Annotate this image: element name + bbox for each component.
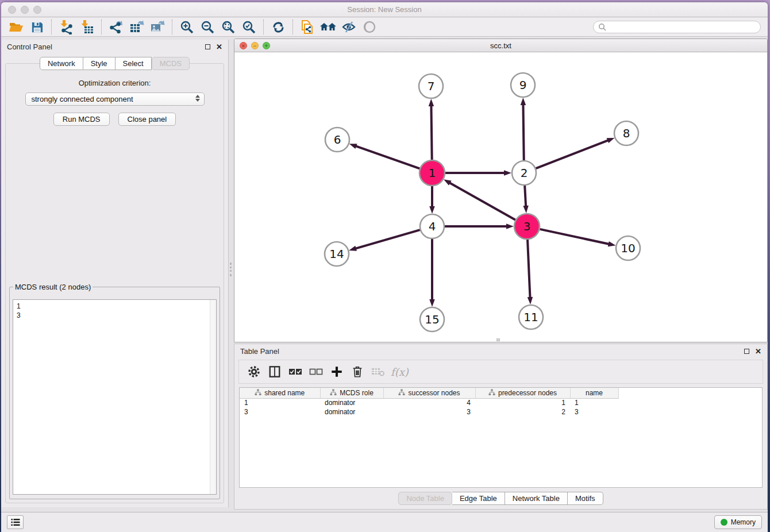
close-panel-icon[interactable]: ✕	[216, 43, 222, 51]
run-mcds-button[interactable]: Run MCDS	[53, 113, 110, 126]
mcds-result-title: MCDS result (2 nodes)	[13, 283, 93, 291]
close-panel-button[interactable]: Close panel	[118, 113, 176, 126]
open-folder-icon	[9, 20, 24, 34]
graph-node-9[interactable]: 9	[511, 73, 535, 97]
graph-node-7[interactable]: 7	[419, 74, 443, 98]
graph-edge-2-3[interactable]	[523, 186, 528, 213]
graph-node-8[interactable]: 8	[614, 121, 638, 145]
graph-edge-1-6[interactable]	[349, 144, 420, 168]
graph-edge-4-15[interactable]	[429, 239, 435, 307]
export-network-button[interactable]	[106, 18, 126, 36]
graph-node-3[interactable]: 3	[514, 214, 540, 239]
add-column-button[interactable]	[326, 362, 347, 381]
graph-edge-1-4[interactable]	[429, 186, 435, 214]
network-canvas[interactable]: 7968124314101511	[234, 52, 767, 342]
select-all-button[interactable]	[285, 362, 306, 381]
import-table-button[interactable]	[76, 18, 97, 36]
panel-splitter-handle[interactable]	[230, 263, 232, 276]
column-header-predecessor-nodes[interactable]: predecessor nodes	[475, 388, 570, 398]
graph-edge-2-9[interactable]	[521, 98, 526, 160]
column-header-mcds-role[interactable]: MCDS role	[320, 388, 383, 398]
show-all-button[interactable]	[359, 18, 380, 36]
zoom-out-button[interactable]	[197, 18, 218, 36]
search-input[interactable]	[609, 23, 756, 31]
float-table-panel-icon[interactable]	[744, 349, 749, 354]
zoom-fit-button[interactable]	[218, 18, 238, 36]
tab-motifs[interactable]: Motifs	[568, 492, 603, 505]
graph-edge-3-11[interactable]	[528, 240, 533, 304]
network-view-titlebar[interactable]: × − + scc.txt	[234, 39, 767, 52]
column-header-name[interactable]: name	[570, 388, 618, 398]
graph-node-10[interactable]: 10	[616, 236, 640, 260]
show-columns-button[interactable]	[264, 362, 285, 381]
save-session-button[interactable]	[26, 18, 47, 36]
graph-node-label: 14	[329, 247, 344, 261]
graph-node-14[interactable]: 14	[325, 242, 349, 266]
graph-edge-1-2[interactable]	[445, 170, 511, 176]
table-settings-button[interactable]	[244, 362, 264, 381]
control-panel-tabs: Network Style Select MCDS	[1, 57, 228, 70]
network-close-button[interactable]: ×	[240, 42, 247, 49]
graph-node-15[interactable]: 15	[420, 307, 444, 331]
graph-edge-1-7[interactable]	[429, 99, 434, 160]
network-zoom-button[interactable]: +	[263, 42, 270, 49]
graph-edge-4-14[interactable]	[349, 230, 420, 251]
hide-selected-button[interactable]	[338, 18, 359, 36]
mcds-result-box[interactable]: 1 3	[13, 299, 217, 495]
search-box[interactable]	[593, 21, 761, 33]
graph-node-1[interactable]: 1	[419, 160, 445, 186]
result-scrollbar[interactable]	[210, 300, 216, 494]
export-table-button[interactable]	[126, 18, 147, 36]
zoom-window-button[interactable]	[33, 6, 41, 14]
mcds-result-lines: 1 3	[13, 300, 216, 322]
refresh-view-button[interactable]	[268, 18, 288, 36]
first-neighbors-button[interactable]	[318, 18, 338, 36]
table-cell: 4	[383, 398, 475, 407]
tab-select[interactable]: Select	[116, 57, 152, 70]
graph-node-6[interactable]: 6	[325, 128, 349, 152]
minimize-window-button[interactable]	[21, 6, 29, 14]
graph-edge-4-3[interactable]	[445, 223, 514, 229]
table-cell: 1	[570, 398, 618, 407]
graph-node-4[interactable]: 4	[420, 214, 444, 238]
export-image-button[interactable]	[147, 18, 168, 36]
import-network-button[interactable]	[56, 18, 76, 36]
open-session-button[interactable]	[6, 18, 26, 36]
tab-edge-table[interactable]: Edge Table	[452, 492, 505, 505]
close-window-button[interactable]	[8, 6, 16, 14]
graph-node-label: 15	[425, 313, 439, 326]
table-cell: 1	[475, 398, 570, 407]
delete-column-button[interactable]	[347, 362, 368, 381]
canvas-resize-grip[interactable]	[496, 338, 500, 341]
graph-node-11[interactable]: 11	[519, 305, 543, 329]
graph-edge-3-1[interactable]	[444, 179, 515, 219]
graph-node-2[interactable]: 2	[512, 161, 536, 185]
tab-network[interactable]: Network	[40, 57, 83, 70]
zoom-selected-button[interactable]	[238, 18, 259, 36]
criterion-dropdown[interactable]: strongly connected component	[25, 92, 205, 106]
graph-edge-2-8[interactable]	[536, 138, 615, 168]
unselect-all-button[interactable]	[306, 362, 326, 381]
main-toolbar	[1, 18, 768, 37]
graph-edge-3-10[interactable]	[540, 229, 615, 246]
zoom-out-icon	[201, 20, 215, 34]
column-header-shared-name[interactable]: shared name	[240, 388, 320, 398]
task-history-button[interactable]	[7, 515, 24, 529]
tab-mcds[interactable]: MCDS	[152, 57, 190, 70]
duplicate-network-button[interactable]	[297, 18, 318, 36]
zoom-in-button[interactable]	[176, 18, 197, 36]
tab-style[interactable]: Style	[83, 57, 116, 70]
network-canvas-svg[interactable]: 7968124314101511	[234, 52, 767, 342]
column-header-successor-nodes[interactable]: successor nodes	[383, 388, 475, 398]
delete-table-button[interactable]	[368, 362, 388, 381]
network-minimize-button[interactable]: −	[251, 42, 259, 49]
function-builder-button[interactable]: f(x)	[391, 366, 409, 378]
memory-button[interactable]: Memory	[714, 515, 762, 529]
float-panel-icon[interactable]	[205, 44, 210, 49]
network-view-window: × − + scc.txt 7968124314101511	[234, 38, 768, 342]
table-row[interactable]: 3dominator323	[240, 407, 618, 417]
close-table-panel-icon[interactable]: ✕	[755, 348, 761, 355]
table-row[interactable]: 1dominator411	[240, 398, 618, 407]
tab-node-table[interactable]: Node Table	[398, 492, 452, 505]
tab-network-table[interactable]: Network Table	[505, 492, 568, 505]
